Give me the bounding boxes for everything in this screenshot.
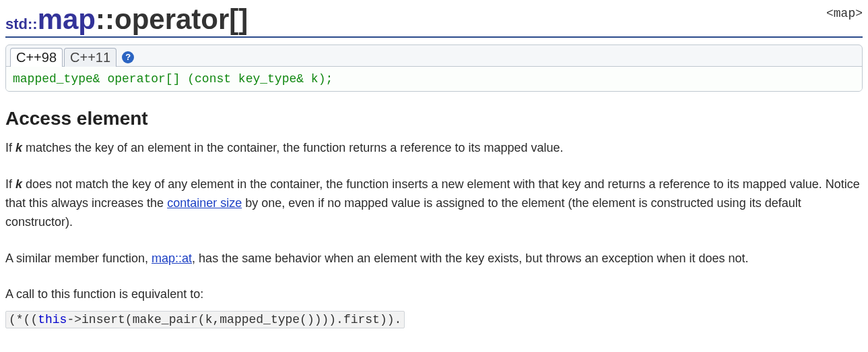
p2-pre: If (5, 177, 15, 191)
tab-cpp98[interactable]: C++98 (10, 48, 63, 67)
code-p1: (*(( (9, 313, 38, 326)
title-main: map (38, 3, 96, 35)
page-header: std::map::operator[] <map> (5, 5, 863, 38)
p2-key: k (15, 177, 22, 191)
p1-key: k (15, 141, 22, 154)
code-p2: ->insert(make_pair(k,mapped_type()))).fi… (67, 313, 401, 326)
p3-post: , has the same behavior when an element … (192, 252, 748, 265)
title-suffix: operator[] (114, 3, 248, 35)
code-kw-this: this (38, 313, 67, 326)
standard-version-tabs: C++98 C++11 ? mapped_type& operator[] (c… (5, 45, 863, 92)
paragraph-3: A similar member function, map::at, has … (5, 250, 863, 268)
link-container-size[interactable]: container size (167, 196, 242, 210)
tabs-row: C++98 C++11 ? (6, 45, 862, 66)
p1-post: matches the key of an element in the con… (22, 141, 563, 154)
p1-pre: If (5, 141, 15, 154)
section-title: Access element (5, 108, 863, 129)
title-prefix: std:: (5, 16, 38, 32)
tab-cpp11[interactable]: C++11 (64, 48, 116, 67)
title-sep: :: (96, 3, 114, 35)
header-include-hint: <map> (826, 5, 863, 20)
p3-pre: A similar member function, (5, 252, 152, 265)
paragraph-1: If k matches the key of an element in th… (5, 139, 863, 158)
help-icon[interactable]: ? (122, 51, 134, 63)
paragraph-4: A call to this function is equivalent to… (5, 285, 863, 304)
function-signature: mapped_type& operator[] (const key_type&… (6, 66, 862, 91)
link-map-at[interactable]: map::at (152, 252, 192, 265)
paragraph-2: If k does not match the key of any eleme… (5, 175, 863, 232)
page-title: std::map::operator[] (5, 5, 248, 34)
equivalent-expression: (*((this->insert(make_pair(k,mapped_type… (5, 311, 405, 328)
